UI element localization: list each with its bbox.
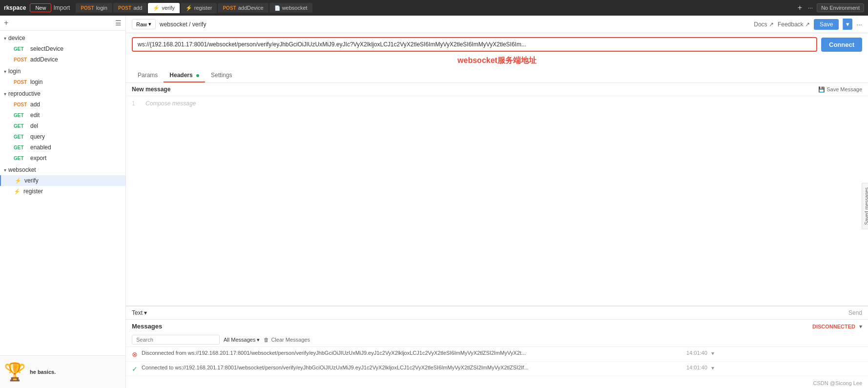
method-badge: GET [14, 46, 27, 52]
tab-headers[interactable]: Headers [164, 69, 205, 82]
message-time: 14:01:40 [686, 365, 707, 370]
sidebar-item-del[interactable]: GETdel [0, 121, 125, 131]
save-message-button[interactable]: 💾 Save Message [818, 86, 862, 93]
breadcrumb: websocket / verify [160, 21, 206, 28]
send-button[interactable]: Send [848, 309, 862, 316]
connect-button[interactable]: Connect [821, 38, 862, 52]
url-input[interactable]: ws://{192.168.201.17:8001/websocket/pers… [132, 37, 817, 52]
saved-messages-sidebar[interactable]: Saved messages [862, 183, 868, 229]
tab-params[interactable]: Params [132, 69, 164, 82]
method-badge: GET [14, 156, 27, 161]
sidebar-item-enabled[interactable]: GETenabled [0, 142, 125, 153]
sidebar: + ☰ ▾deviceGETselectDevicePOSTaddDevice▾… [0, 16, 126, 388]
import-button[interactable]: Import [53, 4, 70, 11]
tab-label: websocket [282, 5, 308, 11]
method-badge: POST [14, 80, 27, 85]
save-button[interactable]: Save [814, 19, 839, 30]
chevron-icon: ▾ [4, 36, 6, 41]
tab-more-button[interactable]: ··· [806, 4, 815, 11]
tab-settings[interactable]: Settings [205, 69, 238, 82]
method-badge: GET [14, 145, 27, 150]
messages-section: Messages DISCONNECTED ▾ All Messages ▾ 🗑… [126, 320, 868, 388]
method-badge: POST [81, 5, 94, 11]
compose-placeholder: Compose message [145, 100, 196, 302]
ws-annotation: websocket服务端地址 [132, 56, 862, 69]
sidebar-item-edit[interactable]: GETedit [0, 110, 125, 121]
sidebar-group-websocket: ▾websocket⚡verify⚡register [0, 164, 125, 197]
request-tabs-row: Params Headers Settings [126, 69, 868, 83]
sidebar-item-login[interactable]: POSTlogin [0, 77, 125, 87]
messages-search-input[interactable] [132, 335, 220, 345]
tab-add[interactable]: POSTadd [113, 3, 147, 13]
disconnected-badge: DISCONNECTED [812, 324, 855, 329]
sidebar-item-add[interactable]: POSTadd [0, 99, 125, 110]
feedback-link[interactable]: Feedback ↗ [778, 21, 810, 28]
sidebar-add-button[interactable]: + [4, 19, 8, 27]
more-actions-button[interactable]: ··· [856, 20, 862, 28]
all-messages-button[interactable]: All Messages ▾ [224, 337, 260, 343]
item-label: query [30, 133, 45, 140]
sidebar-item-export[interactable]: GETexport [0, 153, 125, 163]
method-badge: GET [14, 113, 27, 118]
tab-register[interactable]: ⚡register [181, 3, 217, 13]
message-expand-button[interactable]: ▾ [711, 350, 714, 357]
tab-login[interactable]: POSTlogin [76, 3, 112, 13]
promo-illustration: 🏆 [4, 362, 26, 382]
tab-label: register [194, 5, 212, 11]
sidebar-item-addDevice[interactable]: POSTaddDevice [0, 54, 125, 65]
tab-websocket[interactable]: 📄websocket [269, 3, 312, 13]
main-layout: + ☰ ▾deviceGETselectDevicePOSTaddDevice▾… [0, 16, 868, 388]
group-label: device [8, 35, 25, 41]
sidebar-group-header-websocket[interactable]: ▾websocket [0, 164, 125, 175]
new-button[interactable]: New [30, 3, 51, 12]
item-label: export [30, 155, 46, 162]
chevron-icon: ▾ [4, 69, 6, 74]
content-area: Raw ▾ websocket / verify Docs ↗ Feedback… [126, 16, 868, 388]
request-actions: Docs ↗ Feedback ↗ Save ▾ ··· [754, 19, 862, 30]
tab-label: addDevice [238, 5, 264, 11]
tab-addDevice[interactable]: POSTaddDevice [218, 3, 268, 13]
new-message-title: New message [132, 86, 818, 93]
success-icon: ✓ [132, 365, 138, 373]
message-text: Connected to ws://192.168.201.17:8001/we… [142, 365, 679, 370]
tab-label: add [133, 5, 142, 11]
raw-button[interactable]: Raw ▾ [132, 19, 156, 29]
group-label: websocket [8, 166, 36, 173]
tab-add-button[interactable]: + [796, 3, 804, 12]
chevron-icon: ▾ [4, 91, 6, 97]
method-badge: 📄 [274, 5, 280, 11]
sidebar-menu-button[interactable]: ☰ [115, 19, 122, 27]
sidebar-item-selectDevice[interactable]: GETselectDevice [0, 43, 125, 54]
group-label: login [8, 68, 21, 75]
method-badge: POST [118, 5, 131, 11]
compose-area[interactable]: 1 Compose message [126, 96, 868, 306]
messages-expand-button[interactable]: ▾ [859, 323, 862, 330]
messages-header: Messages DISCONNECTED ▾ [126, 320, 868, 333]
method-badge: GET [14, 134, 27, 140]
docs-link[interactable]: Docs ↗ [754, 21, 774, 28]
sidebar-item-verify[interactable]: ⚡verify [0, 175, 125, 186]
message-expand-button[interactable]: ▾ [711, 365, 714, 371]
messages-toolbar: All Messages ▾ 🗑 Clear Messages [126, 333, 868, 347]
tab-list: POSTloginPOSTadd⚡verify⚡registerPOSTaddD… [76, 3, 793, 13]
save-dropdown-button[interactable]: ▾ [843, 19, 852, 30]
message-time: 14:01:40 [686, 350, 707, 356]
sidebar-group-header-login[interactable]: ▾login [0, 66, 125, 77]
item-label: del [30, 123, 38, 129]
method-badge: POST [14, 102, 27, 107]
sidebar-group-header-reproductive[interactable]: ▾reproductive [0, 88, 125, 99]
text-format-dropdown[interactable]: Text ▾ [132, 309, 147, 316]
trash-icon: 🗑 [264, 337, 269, 343]
sidebar-tree: ▾deviceGETselectDevicePOSTaddDevice▾logi… [0, 31, 125, 355]
sidebar-item-register[interactable]: ⚡register [0, 186, 125, 197]
method-badge: POST [223, 5, 236, 11]
sidebar-group-header-device[interactable]: ▾device [0, 33, 125, 43]
clear-messages-button[interactable]: 🗑 Clear Messages [264, 337, 310, 343]
url-bar: ws://{192.168.201.17:8001/websocket/pers… [132, 37, 862, 52]
item-label: edit [30, 112, 40, 119]
tab-verify[interactable]: ⚡verify [148, 3, 179, 13]
item-label: register [23, 188, 43, 195]
headers-dot [196, 74, 199, 77]
sidebar-item-query[interactable]: GETquery [0, 131, 125, 142]
environment-selector[interactable]: No Environment [817, 3, 864, 12]
